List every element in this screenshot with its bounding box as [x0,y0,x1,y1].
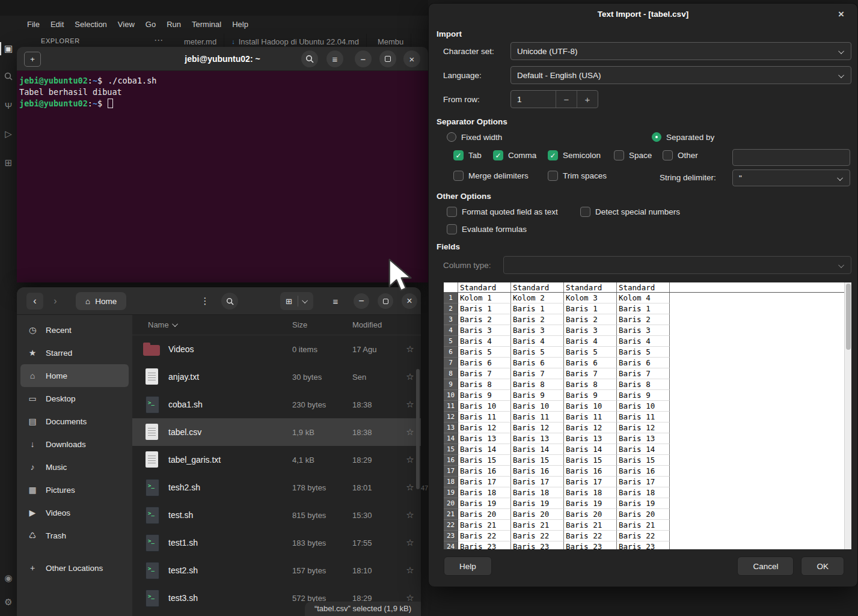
space-checkbox[interactable]: ✓ Space [614,150,652,160]
scrollbar-thumb[interactable] [846,284,851,350]
sidebar-item[interactable]: ⌂ Home [20,364,129,387]
tab-checkbox[interactable]: ✓ Tab [453,150,482,160]
menu-item[interactable]: Go [140,16,161,34]
star-icon[interactable]: ☆ [399,565,421,576]
column-type-header[interactable]: Standard [617,282,670,292]
checkbox-icon[interactable]: ✓ [548,150,558,160]
location-button[interactable]: ⌂ Home [76,292,126,310]
column-header-size[interactable]: Size [292,320,352,329]
scrollbar-thumb[interactable] [416,369,420,489]
menu-item[interactable]: File [22,16,45,34]
checkbox-icon[interactable]: ✓ [614,150,624,160]
preview-scrollbar[interactable] [844,282,851,549]
checkbox-icon[interactable]: ✓ [663,150,673,160]
path-menu-icon[interactable]: ⋮ [197,293,213,310]
file-row[interactable]: tabel_garis.txt 4,1 kB 18:29 ☆ [132,446,421,474]
help-button[interactable]: Help [444,557,492,576]
files-icon[interactable]: ▣ [0,43,17,54]
file-row[interactable]: anjay.txt 30 bytes Sen ☆ [132,363,421,391]
sidebar-item[interactable]: ♪ Music [20,456,129,478]
source-control-icon[interactable]: Ψ [0,100,17,111]
from-row-value[interactable]: 1 [511,91,556,108]
format-quoted-checkbox[interactable]: ✓ Format quoted field as text [447,207,558,217]
file-row[interactable]: test1.sh 183 bytes 17:55 ☆ [132,529,421,557]
gear-icon[interactable]: ⚙ [0,597,17,608]
sidebar-item[interactable]: ◷ Recent [20,319,129,341]
radio-icon[interactable] [447,132,456,142]
sidebar-item[interactable]: ♺ Trash [20,524,129,547]
files-search-button[interactable] [221,293,238,310]
files-menu-button[interactable]: ≡ [327,293,344,310]
menu-item[interactable]: Help [227,16,254,34]
menu-item[interactable]: Selection [69,16,112,34]
file-row[interactable]: tesh2.sh 178 bytes 18:01 ☆ [132,474,421,501]
fixed-width-radio[interactable]: Fixed width [447,132,502,142]
file-row[interactable]: tabel.csv 1,9 kB 18:38 ☆ [132,418,421,446]
view-toggle[interactable]: ⊞ [280,292,313,310]
checkbox-icon[interactable]: ✓ [453,150,464,160]
sidebar-item[interactable]: ▤ Documents [20,410,129,433]
decrement-button[interactable]: − [556,91,577,108]
other-separator-input[interactable] [732,149,850,166]
close-button[interactable]: × [403,50,420,67]
file-row[interactable]: test2.sh 157 bytes 18:10 ☆ [132,557,421,584]
menu-item[interactable]: Run [161,16,186,34]
comma-checkbox[interactable]: ✓ Comma [493,150,536,160]
extensions-icon[interactable]: ⊞ [0,157,17,168]
minimize-button[interactable]: − [354,293,369,309]
minimize-button[interactable]: − [355,50,372,67]
sidebar-item[interactable]: ▭ Desktop [20,387,129,410]
from-row-stepper[interactable]: 1 − + [510,90,598,108]
grid-view-icon[interactable]: ⊞ [280,292,298,310]
terminal-body[interactable]: jebi@yubuntu02:~$./coba1.sh Tabel berhas… [17,71,428,282]
maximize-button[interactable] [379,50,396,67]
file-row[interactable]: Videos 0 items 17 Agu ☆ [132,335,421,363]
sidebar-item[interactable]: ★ Starred [20,341,129,364]
run-debug-icon[interactable]: ▷ [0,129,17,139]
radio-icon[interactable] [652,132,661,142]
charset-select[interactable]: Unicode (UTF-8) [510,42,851,60]
preview-panel[interactable]: Standard Standard Standard Standard 1 Ko… [444,282,851,549]
search-icon[interactable] [0,72,17,82]
semicolon-checkbox[interactable]: ✓ Semicolon [548,150,601,160]
sidebar-item[interactable]: ▦ Pictures [20,478,129,501]
view-options-chevron-icon[interactable] [298,292,313,310]
merge-delimiters-checkbox[interactable]: ✓ Merge delimiters [453,171,529,181]
checkbox-icon[interactable]: ✓ [453,171,464,181]
file-row[interactable]: coba1.sh 230 bytes 18:38 ☆ [132,391,421,418]
menu-item[interactable]: Terminal [186,16,227,34]
detect-special-numbers-checkbox[interactable]: ✓ Detect special numbers [580,207,680,217]
terminal-headerbar[interactable]: + jebi@yubuntu02: ~ ≡ − × [17,47,428,71]
star-icon[interactable]: ☆ [399,537,421,548]
checkbox-icon[interactable]: ✓ [580,207,590,217]
column-type-header[interactable]: Standard [458,282,511,292]
ok-button[interactable]: OK [801,557,844,576]
checkbox-icon[interactable]: ✓ [548,171,558,181]
cancel-button[interactable]: Cancel [737,557,794,576]
menu-item[interactable]: View [112,16,140,34]
sidebar-item[interactable]: ↓ Downloads [20,433,129,456]
back-button[interactable]: ‹ [26,293,43,310]
column-type-header[interactable]: Standard [564,282,617,292]
increment-button[interactable]: + [577,91,598,108]
evaluate-formulas-checkbox[interactable]: ✓ Evaluate formulas [447,224,527,234]
string-delimiter-select[interactable]: " [732,169,850,186]
explorer-more-icon[interactable]: ⋯ [154,35,163,46]
separated-by-radio[interactable]: Separated by [652,132,714,142]
forward-button[interactable]: › [47,293,64,310]
column-header-modified[interactable]: Modified [352,320,399,329]
account-icon[interactable]: ◉ [0,573,17,584]
checkbox-icon[interactable]: ✓ [447,224,457,234]
sidebar-item[interactable]: ▶ Videos [20,501,129,524]
files-headerbar[interactable]: ‹ › ⌂ Home ⋮ ⊞ ≡ − × [17,287,421,315]
terminal-menu-button[interactable]: ≡ [326,50,343,67]
sidebar-item-other-locations[interactable]: + Other Locations [20,557,129,579]
star-icon[interactable]: ☆ [399,510,421,520]
menu-item[interactable]: Edit [45,16,69,34]
checkbox-icon[interactable]: ✓ [493,150,503,160]
checkbox-icon[interactable]: ✓ [447,207,457,217]
terminal-search-button[interactable] [301,50,318,67]
language-select[interactable]: Default - English (USA) [510,66,851,84]
file-row[interactable]: test.sh 815 bytes 15:30 ☆ [132,501,421,529]
other-checkbox[interactable]: ✓ Other [663,150,698,160]
